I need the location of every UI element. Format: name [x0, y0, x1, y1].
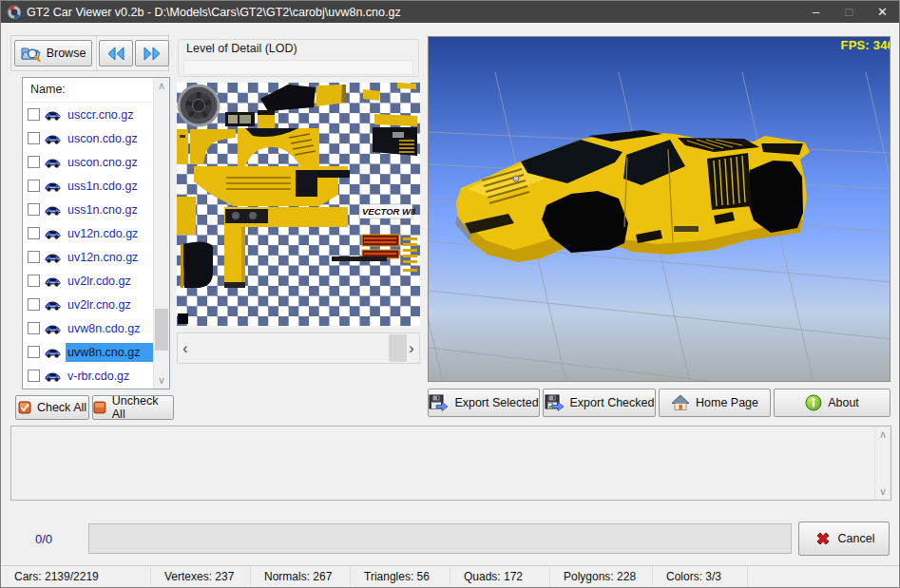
browse-cell: Browse	[11, 36, 97, 70]
scroll-down-icon[interactable]: ∨	[154, 372, 169, 389]
item-label: uv12n.cno.gz	[66, 248, 153, 267]
car-icon	[45, 109, 61, 121]
export-checked-label: Export Checked	[570, 396, 655, 409]
log-scrollbar[interactable]: ∧ ∨	[874, 427, 890, 500]
item-checkbox[interactable]	[28, 180, 40, 192]
status-bar: Cars: 2139/2219Vertexes: 237Normals: 267…	[1, 565, 899, 587]
uncheck-all-button[interactable]: Uncheck All	[92, 395, 174, 420]
lod-selector[interactable]	[183, 60, 413, 75]
list-item[interactable]: v-rbr.cdo.gz	[23, 364, 153, 388]
item-checkbox[interactable]	[28, 346, 40, 358]
app-icon	[7, 5, 22, 20]
status-segment: Cars: 2139/2219	[1, 566, 151, 587]
about-button[interactable]: About	[774, 389, 890, 417]
texture-logo-text: VECTOR W8	[362, 206, 416, 217]
log-area[interactable]: ∧ ∨	[10, 426, 891, 501]
lod-label: Level of Detail (LOD)	[184, 42, 299, 55]
titlebar: GT2 Car Viewer v0.2b - D:\Models\Cars\GT…	[1, 1, 899, 23]
status-segment: Quads: 172	[450, 566, 550, 587]
cancel-x-icon	[814, 529, 833, 548]
double-arrow-left-icon	[106, 47, 125, 61]
app-window: GT2 Car Viewer v0.2b - D:\Models\Cars\GT…	[0, 0, 900, 588]
file-list-items: usccr.cno.gzuscon.cdo.gzuscon.cno.gzuss1…	[23, 103, 153, 389]
car-icon	[45, 370, 61, 382]
list-item[interactable]: uv12n.cdo.gz	[23, 221, 153, 245]
3d-viewport[interactable]: FPS: 340	[428, 36, 890, 382]
status-segment: Polygons: 228	[550, 566, 653, 587]
texture-preview[interactable]: VECTOR W8	[177, 83, 420, 326]
list-item[interactable]: uv2lr.cdo.gz	[23, 269, 153, 293]
car-icon	[45, 204, 61, 216]
previous-car-button[interactable]	[99, 40, 133, 66]
browse-button[interactable]: Browse	[14, 40, 92, 66]
item-checkbox[interactable]	[28, 370, 40, 382]
scroll-left-icon[interactable]: ‹	[178, 333, 193, 363]
progress-counter: 0/0	[35, 532, 52, 546]
item-checkbox[interactable]	[28, 251, 40, 263]
item-label: uss1n.cdo.gz	[66, 177, 153, 196]
lod-group: Level of Detail (LOD)	[178, 39, 419, 77]
item-label: uscon.cno.gz	[66, 153, 153, 172]
export-floppy-icon	[429, 394, 449, 412]
file-list: Name: usccr.cno.gzuscon.cdo.gzuscon.cno.…	[22, 77, 170, 389]
close-button[interactable]: ✕	[866, 1, 899, 23]
scroll-up-icon[interactable]: ∧	[154, 78, 169, 94]
export-checked-button[interactable]: Export Checked	[543, 389, 656, 417]
list-item[interactable]: uscon.cno.gz	[23, 150, 153, 174]
car-icon	[45, 252, 61, 263]
item-checkbox[interactable]	[28, 298, 40, 311]
maximize-button[interactable]: □	[833, 1, 866, 23]
list-item[interactable]: usccr.cno.gz	[23, 103, 153, 126]
file-list-header: Name:	[23, 78, 153, 103]
list-item[interactable]: uvw8n.cno.gz	[23, 340, 153, 364]
item-label: uvw8n.cno.gz	[66, 343, 153, 362]
home-page-button[interactable]: Home Page	[659, 389, 771, 417]
export-selected-label: Export Selected	[454, 396, 538, 409]
list-item[interactable]: uss1n.cdo.gz	[23, 174, 153, 198]
item-checkbox[interactable]	[28, 203, 40, 216]
file-list-scrollbar[interactable]: ∧ ∨	[153, 78, 169, 389]
list-item[interactable]: uv2lr.cno.gz	[23, 293, 153, 316]
item-label: uv12n.cdo.gz	[66, 224, 153, 243]
fps-counter: FPS: 340	[840, 38, 890, 52]
car-icon	[45, 299, 61, 311]
item-checkbox[interactable]	[28, 156, 40, 168]
check-all-button[interactable]: Check All	[15, 395, 89, 420]
item-label: usccr.cno.gz	[66, 105, 153, 124]
double-arrow-right-icon	[143, 47, 162, 61]
next-car-button[interactable]	[135, 40, 169, 66]
window-title: GT2 Car Viewer v0.2b - D:\Models\Cars\GT…	[27, 6, 799, 19]
status-segment: Normals: 267	[251, 566, 351, 587]
status-segment: Vertexes: 237	[151, 566, 251, 587]
list-item[interactable]: uv12n.cno.gz	[23, 245, 153, 269]
list-item[interactable]: uvw8n.cdo.gz	[23, 316, 153, 340]
scroll-up-icon[interactable]: ∧	[875, 427, 890, 443]
item-checkbox[interactable]	[28, 227, 40, 239]
nav-cell	[97, 36, 168, 70]
scroll-right-icon[interactable]: ›	[404, 333, 419, 363]
car-icon	[45, 275, 61, 287]
3d-scene-graphic	[429, 37, 890, 382]
item-checkbox[interactable]	[28, 132, 40, 144]
list-item[interactable]: uscon.cdo.gz	[23, 126, 153, 150]
car-icon	[45, 228, 61, 239]
car-icon	[45, 180, 61, 192]
status-segment: Triangles: 56	[351, 566, 450, 587]
check-all-label: Check All	[37, 401, 86, 414]
item-checkbox[interactable]	[28, 108, 40, 121]
item-label: uvw8n.cdo.gz	[66, 319, 153, 338]
car-icon	[45, 133, 61, 144]
item-checkbox[interactable]	[28, 275, 40, 287]
texture-hscrollbar[interactable]: ‹ ›	[177, 332, 420, 364]
cancel-button[interactable]: Cancel	[798, 522, 890, 556]
export-checked-floppy-icon	[545, 394, 565, 412]
minimize-button[interactable]: –	[799, 1, 833, 23]
texture-atlas-graphic: VECTOR W8	[177, 83, 420, 326]
scrollbar-thumb[interactable]	[155, 309, 168, 351]
export-selected-button[interactable]: Export Selected	[428, 389, 540, 417]
list-item[interactable]: uss1n.cno.gz	[23, 198, 153, 221]
uncheck-all-label: Uncheck All	[112, 394, 173, 421]
scroll-down-icon[interactable]: ∨	[875, 484, 890, 500]
car-icon	[45, 347, 61, 358]
item-checkbox[interactable]	[28, 322, 40, 334]
